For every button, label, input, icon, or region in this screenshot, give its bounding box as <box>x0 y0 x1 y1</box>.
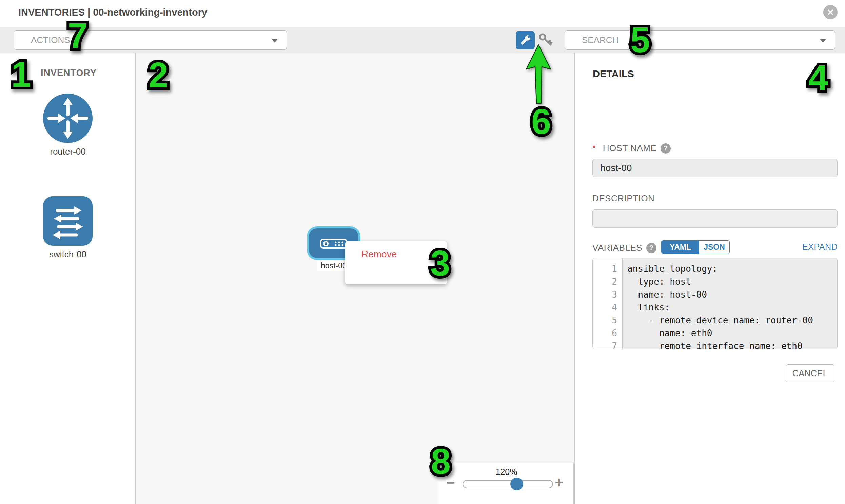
host-name-label-text: HOST NAME <box>603 143 657 154</box>
line-text: name: host-00 <box>622 288 707 301</box>
close-glyph: ✕ <box>827 7 834 17</box>
main: INVENTORY <box>0 53 845 504</box>
key-button[interactable] <box>538 33 554 48</box>
zoom-slider-track[interactable] <box>462 480 553 488</box>
zoom-in-button[interactable]: + <box>555 475 564 490</box>
line-text: type: host <box>622 275 691 288</box>
key-icon <box>538 33 554 48</box>
cancel-button[interactable]: CANCEL <box>786 364 834 382</box>
inventory-title: INVENTORY <box>41 68 96 78</box>
variables-label-text: VARIABLES <box>592 243 642 253</box>
help-icon[interactable]: ? <box>661 143 671 154</box>
host-name-label: * HOST NAME ? <box>592 143 671 154</box>
description-label-text: DESCRIPTION <box>592 193 654 204</box>
wrench-button[interactable] <box>516 31 535 50</box>
variables-format-toggle: YAML JSON <box>661 240 730 254</box>
search-dropdown-label: SEARCH <box>565 35 618 46</box>
header: INVENTORIES | 00-networking-inventory ✕ <box>0 0 845 27</box>
variables-editor[interactable]: 1ansible_topology: 2 type: host 3 name: … <box>592 258 838 349</box>
line-number: 6 <box>593 327 622 340</box>
line-number: 4 <box>593 301 622 314</box>
details-title: DETAILS <box>593 69 634 80</box>
line-number: 3 <box>593 288 622 301</box>
topology-canvas[interactable]: host-00 Details Remove 120% − + <box>136 53 575 504</box>
node-context-menu: Details Remove <box>345 241 447 284</box>
zoom-slider-thumb[interactable] <box>510 478 523 490</box>
router-icon <box>42 93 93 144</box>
line-number: 1 <box>593 262 622 275</box>
description-field[interactable] <box>592 210 838 228</box>
description-label: DESCRIPTION <box>592 193 654 204</box>
host-name-field[interactable] <box>592 159 838 177</box>
line-text: ansible_topology: <box>622 262 718 275</box>
line-text: name: eth0 <box>622 327 712 340</box>
page-title: INVENTORIES | 00-networking-inventory <box>18 7 207 18</box>
variables-label: VARIABLES ? <box>592 243 656 253</box>
zoom-out-button[interactable]: − <box>446 475 455 490</box>
sidebar-item-switch[interactable]: switch-00 <box>42 196 93 259</box>
tab-yaml[interactable]: YAML <box>662 241 699 253</box>
host-icon <box>320 239 347 249</box>
chevron-down-icon <box>271 39 278 43</box>
required-marker: * <box>592 143 596 154</box>
code-line: 6 name: eth0 <box>593 327 837 340</box>
inventory-topology-app: INVENTORIES | 00-networking-inventory ✕ … <box>0 0 845 504</box>
code-line: 7 remote_interface_name: eth0 <box>593 340 837 349</box>
expand-link[interactable]: EXPAND <box>802 242 838 252</box>
line-number: 5 <box>593 314 622 327</box>
line-text: links: <box>622 301 670 314</box>
close-icon[interactable]: ✕ <box>823 5 838 19</box>
line-text: remote_interface_name: eth0 <box>622 340 803 349</box>
sidebar-item-label: router-00 <box>42 146 93 157</box>
code-line: 4 links: <box>593 301 837 314</box>
actions-dropdown[interactable]: ACTIONS <box>14 30 287 50</box>
zoom-level: 120% <box>439 467 574 477</box>
wrench-icon <box>518 33 533 48</box>
line-number: 2 <box>593 275 622 288</box>
switch-icon <box>42 196 93 247</box>
inventory-sidebar: INVENTORY <box>0 53 136 504</box>
zoom-control: 120% − + <box>439 463 574 504</box>
sidebar-item-router[interactable]: router-00 <box>42 93 93 157</box>
line-text: - remote_device_name: router-00 <box>622 314 813 327</box>
tab-json[interactable]: JSON <box>699 241 729 253</box>
actions-dropdown-label: ACTIONS <box>14 35 70 46</box>
chevron-down-icon <box>820 39 826 43</box>
details-panel: DETAILS * HOST NAME ? DESCRIPTION VARIAB… <box>575 53 845 504</box>
menu-item-remove[interactable]: Remove <box>345 246 447 262</box>
code-line: 1ansible_topology: <box>593 262 837 275</box>
code-line: 5 - remote_device_name: router-00 <box>593 314 837 327</box>
code-line: 3 name: host-00 <box>593 288 837 301</box>
line-number: 7 <box>593 340 622 349</box>
toolbar: ACTIONS SEARCH <box>0 27 845 53</box>
code-line: 2 type: host <box>593 275 837 288</box>
search-dropdown[interactable]: SEARCH <box>565 30 835 50</box>
sidebar-item-label: switch-00 <box>42 249 93 259</box>
help-icon[interactable]: ? <box>646 243 656 253</box>
